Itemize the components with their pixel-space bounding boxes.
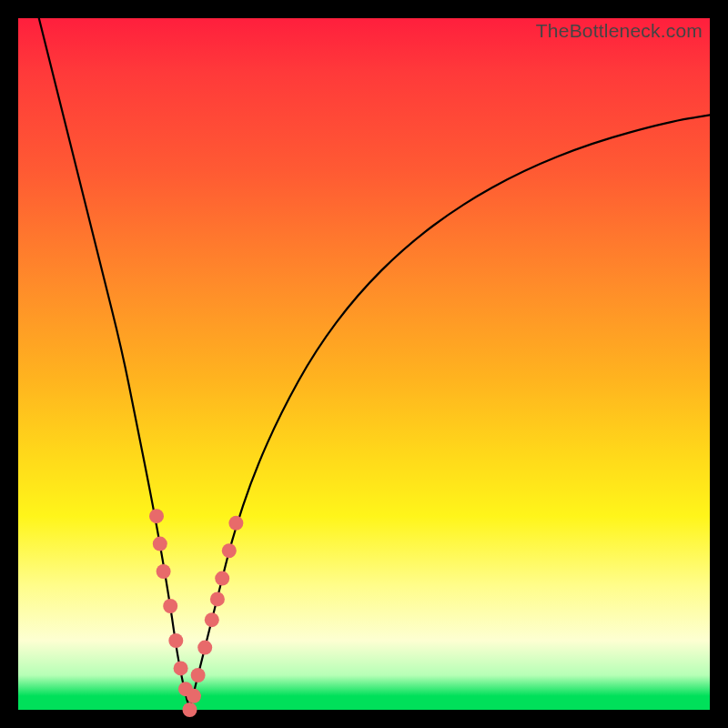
curve-marker [210, 592, 225, 606]
curve-marker [197, 641, 212, 655]
curve-marker [187, 689, 201, 703]
curve-marker [163, 599, 177, 613]
chart-svg [18, 18, 710, 710]
curve-marker [205, 612, 219, 627]
curve-marker [157, 564, 171, 579]
chart-frame: TheBottleneck.com [18, 18, 710, 710]
curve-marker [149, 509, 164, 523]
curve-marker [183, 703, 197, 717]
watermark-text: TheBottleneck.com [536, 20, 703, 42]
curve-marker [215, 571, 229, 586]
curve-marker [153, 537, 167, 551]
curve-marker [168, 633, 183, 648]
curve-marker [191, 668, 206, 682]
bottleneck-curve [39, 18, 710, 704]
curve-marker [174, 661, 188, 675]
curve-marker [228, 516, 243, 531]
curve-marker [222, 543, 237, 558]
